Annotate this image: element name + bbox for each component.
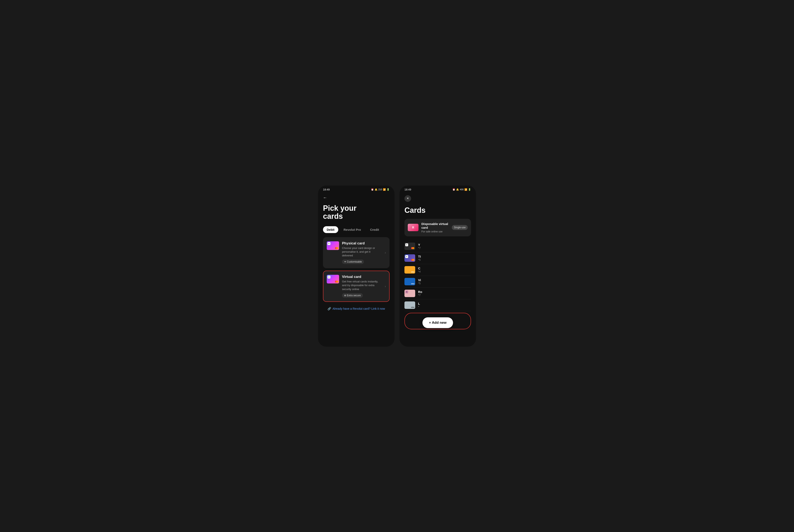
revolut-logo-virtual: R bbox=[328, 276, 330, 279]
physical-card-option[interactable]: R Physical card Choose your card design … bbox=[323, 237, 390, 268]
virtual-card-badge: ⊕ Extra secure bbox=[342, 293, 363, 298]
list-item[interactable]: VISA L * bbox=[404, 299, 471, 311]
disposable-card-banner[interactable]: R Disposable virtual card For safe onlin… bbox=[404, 219, 471, 236]
virtual-card-desc: Get free virtual cards instantly, and tr… bbox=[342, 280, 382, 291]
card-name-ro: Ro bbox=[418, 290, 471, 293]
disposable-card-name: Disposable virtual card bbox=[421, 222, 449, 230]
disposable-card-info: Disposable virtual card For safe online … bbox=[421, 222, 449, 233]
left-status-icons: ⏰ 🔔 210 📶 🔋 bbox=[371, 188, 390, 191]
list-item[interactable]: R Ro *7 bbox=[404, 288, 471, 299]
revolut-logo-ti: R bbox=[405, 255, 408, 258]
list-item[interactable]: VISA Vi *5 bbox=[404, 276, 471, 288]
single-use-badge: Single-use bbox=[452, 225, 468, 230]
right-phone-screen: 18:49 ⏰ 🔔 400 📶 🔋 × Cards R Disposable v… bbox=[400, 186, 476, 347]
card-thumb-c: VISA bbox=[404, 266, 415, 273]
physical-card-desc: Choose your card design or personalise i… bbox=[342, 246, 382, 258]
virtual-card-option[interactable]: R Virtual card Get free virtual cards in… bbox=[323, 271, 390, 302]
virtual-card-chevron: › bbox=[385, 284, 386, 288]
physical-card-info: Physical card Choose your card design or… bbox=[342, 241, 382, 264]
card-info-vi: Vi *5 bbox=[418, 278, 471, 285]
card-num-ro: *7 bbox=[418, 293, 471, 297]
disposable-r-logo: R bbox=[412, 226, 414, 229]
physical-card-name: Physical card bbox=[342, 241, 382, 245]
card-num-c: *4 bbox=[418, 270, 471, 273]
add-new-button[interactable]: + Add new bbox=[422, 317, 453, 328]
card-name-l: L bbox=[418, 302, 471, 305]
screens-container: 18:49 ⏰ 🔔 210 📶 🔋 ← Pick your cards Debi… bbox=[318, 186, 476, 347]
revolut-logo-ro: R bbox=[405, 290, 408, 293]
list-item[interactable]: R TI *5 bbox=[404, 252, 471, 264]
card-info-ti: TI *5 bbox=[418, 255, 471, 261]
link-revolut-card[interactable]: 🔗 Already have a Revolut card? Link it n… bbox=[323, 307, 390, 311]
card-thumb-vi: VISA bbox=[404, 278, 415, 285]
card-name-c: C bbox=[418, 267, 471, 270]
link-icon: 🔗 bbox=[328, 307, 331, 310]
left-phone-screen: 18:49 ⏰ 🔔 210 📶 🔋 ← Pick your cards Debi… bbox=[318, 186, 394, 347]
card-info-l: L * bbox=[418, 302, 471, 308]
virtual-card-name: Virtual card bbox=[342, 275, 382, 279]
card-thumb-ti: R bbox=[404, 254, 415, 262]
list-item[interactable]: VISA C *4 bbox=[404, 264, 471, 276]
mc-logo-ti bbox=[411, 259, 414, 261]
card-thumb-y: R bbox=[404, 243, 415, 250]
card-info-ro: Ro *7 bbox=[418, 290, 471, 297]
left-status-time: 18:49 bbox=[323, 188, 330, 191]
card-num-vi: *5 bbox=[418, 282, 471, 285]
left-status-bar: 18:49 ⏰ 🔔 210 📶 🔋 bbox=[318, 186, 394, 193]
card-name-vi: Vi bbox=[418, 278, 471, 282]
card-thumb-l: VISA bbox=[404, 301, 415, 309]
mastercard-logo-physical bbox=[335, 247, 338, 249]
physical-card-thumb: R bbox=[327, 241, 339, 250]
left-screen-content: ← Pick your cards Debit Revolut Pro Cred… bbox=[318, 193, 394, 347]
right-status-bar: 18:49 ⏰ 🔔 400 📶 🔋 bbox=[400, 186, 476, 193]
card-name-ti: TI bbox=[418, 255, 471, 258]
list-item[interactable]: R Y *7 bbox=[404, 241, 471, 252]
right-status-time: 18:49 bbox=[404, 188, 411, 191]
right-status-icons: ⏰ 🔔 400 📶 🔋 bbox=[453, 188, 471, 191]
card-name-y: Y bbox=[418, 243, 471, 246]
right-screen-content: × Cards R Disposable virtual card For sa… bbox=[400, 193, 476, 347]
revolut-logo-physical: R bbox=[328, 242, 330, 245]
card-num-y: *7 bbox=[418, 246, 471, 250]
visa-text-vi: VISA bbox=[411, 283, 414, 285]
card-info-c: C *4 bbox=[418, 267, 471, 273]
visa-text-l: VISA bbox=[411, 306, 414, 308]
physical-card-badge: ✦ Customisable bbox=[342, 260, 364, 264]
cards-title: Cards bbox=[404, 206, 471, 215]
close-button[interactable]: × bbox=[404, 195, 411, 202]
physical-card-chevron: › bbox=[385, 251, 386, 254]
revolut-logo-y: R bbox=[405, 243, 408, 246]
card-thumb-ro: R bbox=[404, 290, 415, 297]
page-title: Pick your cards bbox=[323, 204, 390, 221]
add-new-btn-wrapper: + Add new bbox=[404, 313, 471, 329]
mc-logo-y bbox=[411, 247, 414, 249]
mastercard-logo-virtual bbox=[335, 281, 338, 283]
tabs-row: Debit Revolut Pro Credit bbox=[323, 226, 390, 233]
card-num-ti: *5 bbox=[418, 258, 471, 261]
back-button[interactable]: ← bbox=[323, 195, 327, 200]
disposable-card-thumb: R bbox=[408, 224, 419, 231]
tab-credit[interactable]: Credit bbox=[366, 226, 383, 233]
virtual-card-thumb: R bbox=[327, 275, 339, 283]
card-list: R Y *7 R bbox=[404, 241, 471, 311]
virtual-card-info: Virtual card Get free virtual cards inst… bbox=[342, 275, 382, 298]
card-num-l: * bbox=[418, 305, 471, 308]
card-info-y: Y *7 bbox=[418, 243, 471, 250]
tab-debit[interactable]: Debit bbox=[323, 226, 338, 233]
tab-revolut-pro[interactable]: Revolut Pro bbox=[340, 226, 365, 233]
visa-text-c: VISA bbox=[411, 271, 414, 273]
disposable-card-sub: For safe online use bbox=[421, 230, 449, 233]
